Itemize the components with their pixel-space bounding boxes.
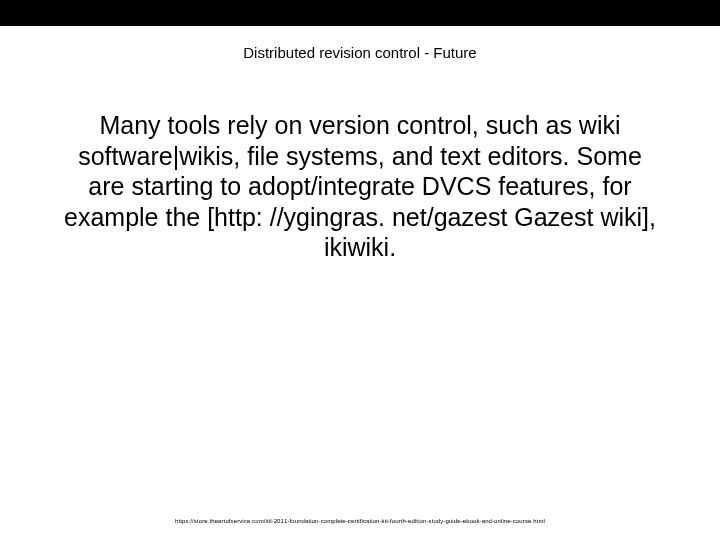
- body-text: Many tools rely on version control, such…: [64, 111, 656, 261]
- slide: Distributed revision control - Future 1M…: [0, 0, 720, 540]
- footer-link[interactable]: https://store.theartofservice.com/itil-2…: [0, 518, 720, 524]
- top-bar: [0, 0, 720, 26]
- slide-title: Distributed revision control - Future: [0, 44, 720, 61]
- slide-body: 1Many tools rely on version control, suc…: [60, 110, 660, 263]
